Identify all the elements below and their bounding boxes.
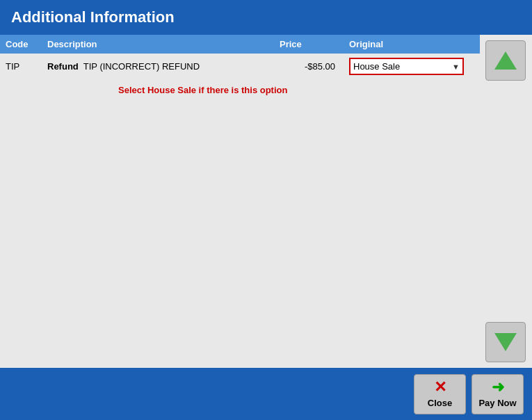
side-buttons-panel bbox=[480, 35, 532, 368]
pay-now-icon: ➜ bbox=[492, 380, 504, 395]
table-row: TIP Refund TIP (INCORRECT) REFUND -$85.0… bbox=[0, 54, 480, 79]
dialog-title: Additional Information bbox=[11, 8, 175, 26]
col-header-code: Code bbox=[6, 39, 47, 49]
row-original: House Sale Normal Staff Comp ▼ bbox=[349, 58, 474, 75]
arrow-down-icon bbox=[494, 333, 517, 351]
description-prefix: Refund bbox=[47, 61, 79, 72]
footer: ✕ Close ➜ Pay Now bbox=[0, 368, 532, 420]
col-header-price: Price bbox=[280, 39, 349, 49]
row-price: -$85.00 bbox=[280, 61, 349, 72]
main-area: Code Description Price Original TIP Refu… bbox=[0, 35, 532, 368]
row-code: TIP bbox=[6, 61, 47, 72]
arrow-up-icon bbox=[494, 51, 517, 70]
pay-now-label: Pay Now bbox=[478, 398, 516, 408]
content-filler bbox=[0, 101, 480, 368]
table-header: Code Description Price Original bbox=[0, 35, 480, 54]
close-icon: ✕ bbox=[434, 380, 446, 395]
col-header-original: Original bbox=[349, 39, 474, 49]
scroll-up-button[interactable] bbox=[485, 40, 526, 81]
row-description: Refund TIP (INCORRECT) REFUND bbox=[47, 61, 280, 72]
scroll-down-button[interactable] bbox=[485, 322, 526, 362]
original-dropdown-wrapper[interactable]: House Sale Normal Staff Comp ▼ bbox=[349, 58, 464, 75]
description-suffix: TIP (INCORRECT) REFUND bbox=[83, 61, 200, 72]
content-panel: Code Description Price Original TIP Refu… bbox=[0, 35, 480, 368]
close-label: Close bbox=[428, 398, 452, 408]
col-header-description: Description bbox=[47, 39, 280, 49]
close-button[interactable]: ✕ Close bbox=[414, 374, 466, 414]
original-dropdown[interactable]: House Sale Normal Staff Comp bbox=[350, 59, 449, 74]
dropdown-arrow-icon: ▼ bbox=[449, 63, 462, 71]
pay-now-button[interactable]: ➜ Pay Now bbox=[471, 374, 524, 414]
instruction-text: Select House Sale if there is this optio… bbox=[0, 79, 480, 101]
dialog-header: Additional Information bbox=[0, 0, 532, 35]
